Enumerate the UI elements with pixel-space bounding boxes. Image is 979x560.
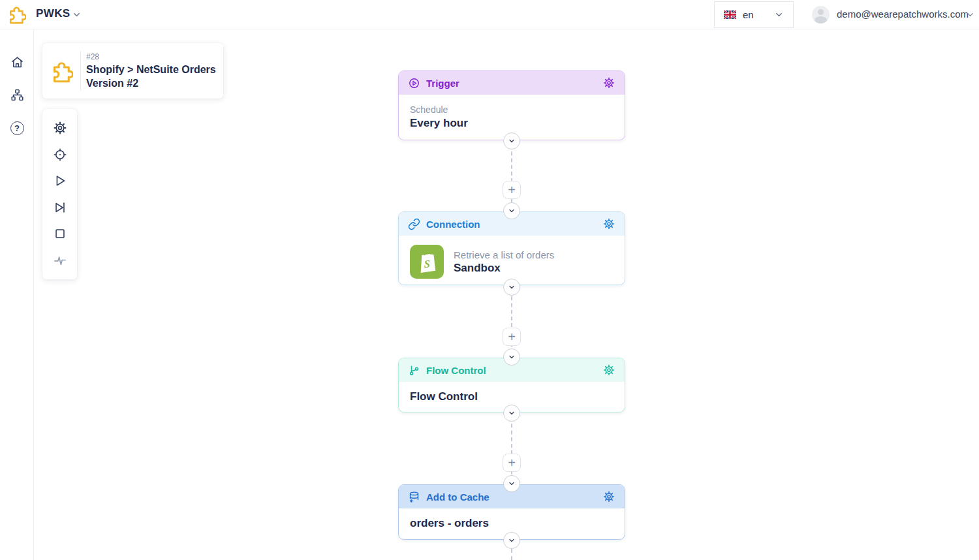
brand-name[interactable]: PWKS <box>36 7 70 20</box>
shopify-logo: S <box>410 245 444 279</box>
node-title: Add to Cache <box>426 491 489 503</box>
uk-flag-icon <box>724 10 736 19</box>
node-connection[interactable]: Connection S Retrieve a list of orders S… <box>398 211 625 285</box>
help-icon: ? <box>10 121 24 135</box>
activity-icon <box>53 253 67 268</box>
nav-help[interactable]: ? <box>0 115 34 141</box>
target-button[interactable] <box>42 142 77 168</box>
flow-number: #28 <box>86 52 216 61</box>
database-icon <box>408 491 420 503</box>
home-icon <box>10 55 24 69</box>
node-value: Flow Control <box>410 390 614 403</box>
activity-button[interactable] <box>42 247 77 274</box>
brand-puzzle-icon[interactable] <box>7 5 26 24</box>
branch-icon <box>408 364 420 377</box>
node-value: orders - orders <box>410 517 614 530</box>
node-title: Flow Control <box>426 365 486 376</box>
chevron-down-icon <box>774 10 784 20</box>
skip-forward-icon <box>53 200 67 215</box>
puzzle-icon <box>42 59 80 83</box>
play-icon <box>53 174 67 188</box>
node-port-chevron-down-icon[interactable] <box>503 202 520 219</box>
step-button[interactable] <box>42 194 77 221</box>
gear-icon <box>53 121 67 135</box>
gear-icon[interactable] <box>602 76 615 89</box>
node-title: Connection <box>426 219 480 230</box>
add-step-button[interactable]: + <box>503 454 521 472</box>
play-circle-icon <box>408 77 420 89</box>
node-port-chevron-down-icon[interactable] <box>503 405 520 422</box>
top-bar: PWKS en demo@wearepatchworks.com <box>0 0 979 29</box>
node-port-chevron-down-icon[interactable] <box>503 279 520 296</box>
node-value: Sandbox <box>454 262 554 275</box>
node-sublabel: Retrieve a list of orders <box>454 249 554 260</box>
chevron-down-icon[interactable] <box>965 10 975 20</box>
canvas-toolbar <box>42 109 77 279</box>
stop-button[interactable] <box>42 221 77 247</box>
left-nav-rail: ? <box>0 29 34 560</box>
gear-icon[interactable] <box>602 364 615 377</box>
language-selector[interactable]: en <box>714 1 794 28</box>
node-sublabel: Schedule <box>410 104 614 115</box>
nav-flows[interactable] <box>0 82 34 108</box>
node-title: Trigger <box>426 78 459 89</box>
add-step-button[interactable]: + <box>503 181 521 199</box>
sitemap-icon <box>10 88 24 102</box>
flow-title-card: #28 Shopify > NetSuite Orders Version #2 <box>42 43 223 99</box>
node-value: Every hour <box>410 117 614 130</box>
node-port-chevron-down-icon[interactable] <box>503 532 520 549</box>
account-email[interactable]: demo@wearepatchworks.com <box>837 8 969 20</box>
chevron-down-icon[interactable] <box>72 10 82 20</box>
app-window: PWKS en demo@wearepatchworks.com <box>0 0 979 560</box>
node-port-chevron-down-icon[interactable] <box>503 349 520 366</box>
target-icon <box>53 148 67 162</box>
node-trigger[interactable]: Trigger Schedule Every hour <box>398 70 625 140</box>
run-button[interactable] <box>42 168 77 194</box>
node-port-chevron-down-icon[interactable] <box>503 475 520 492</box>
user-avatar[interactable] <box>812 6 830 23</box>
flow-title-line1: Shopify > NetSuite Orders <box>86 63 216 76</box>
flow-title-line2: Version #2 <box>86 76 216 90</box>
add-step-button[interactable]: + <box>503 328 521 346</box>
link-icon <box>408 218 420 230</box>
stop-icon <box>53 226 67 241</box>
settings-button[interactable] <box>42 115 77 142</box>
gear-icon[interactable] <box>602 217 615 230</box>
nav-home[interactable] <box>0 49 34 75</box>
node-port-chevron-down-icon[interactable] <box>503 132 520 149</box>
svg-text:S: S <box>424 258 430 270</box>
gear-icon[interactable] <box>602 490 615 503</box>
language-code: en <box>743 9 754 20</box>
